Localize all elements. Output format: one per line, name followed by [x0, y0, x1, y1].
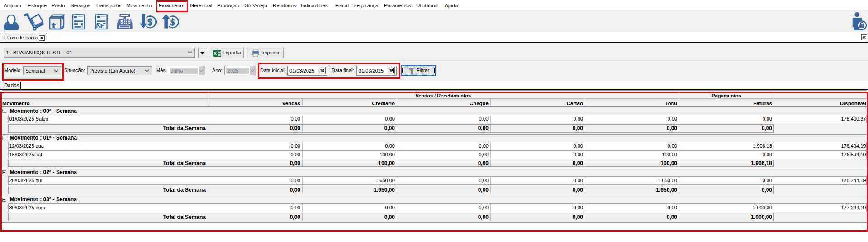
svg-text:$: $ — [147, 17, 152, 28]
svg-text:$: $ — [120, 19, 123, 24]
svg-text:NF: NF — [96, 22, 104, 29]
svg-text:X: X — [213, 51, 217, 56]
